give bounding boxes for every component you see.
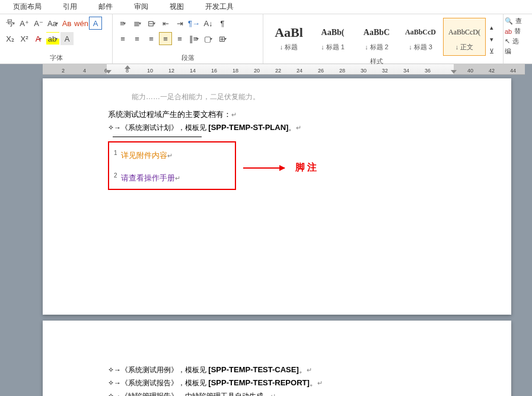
ribbon: 号▾ A⁺ A⁻ Aa▾ Aʙ wén A X₂ X² A▾ ab▾ A 字体 … <box>0 14 532 64</box>
menu-review[interactable]: 审阅 <box>123 2 159 12</box>
sort-icon[interactable]: A↓ <box>202 17 215 30</box>
pinyin-guide-icon[interactable]: wén <box>75 17 88 30</box>
page-2: ✧→《系统测试用例》，模板见 [SPP-TEMP-TEST-CASE]。↵ ✧→… <box>43 321 511 396</box>
editing-group: 🔍查 ab替 ↖选 编 <box>504 14 532 64</box>
para-group-label: 段落 <box>116 52 259 62</box>
page-1: 能力……一足合相能力，二足伏复能力。 系统测试过程域产生的主要文档有：↵ ✧→《… <box>43 78 511 315</box>
shading-icon[interactable]: ▢▾ <box>202 32 215 45</box>
dec-indent-icon[interactable]: ⇤ <box>159 17 172 30</box>
binoculars-icon: 🔍 <box>505 17 513 25</box>
numbering-icon[interactable]: ≣▾ <box>130 17 144 30</box>
toggle-marks-icon[interactable]: ¶ <box>216 17 229 30</box>
horizontal-ruler[interactable]: 24681012141618202224262830323436404244 <box>43 64 525 75</box>
right-indent-icon[interactable] <box>451 70 457 74</box>
edit-label: 编 <box>505 47 531 56</box>
style-h1[interactable]: AaBb(↓ 标题 1 <box>311 18 354 56</box>
footnote-2[interactable]: 2请查看操作手册↵ <box>114 169 230 185</box>
cursor-icon: ↖ <box>505 37 510 45</box>
footnote-callout: 脚 注 <box>243 161 317 174</box>
styles-down-icon[interactable]: ▾ <box>486 34 497 45</box>
align-right-icon[interactable]: ≡ <box>145 32 158 45</box>
footnote-separator <box>113 137 202 137</box>
char-shading-icon[interactable]: A <box>60 32 74 45</box>
style-body[interactable]: AaBbCcD(↓ 正文 <box>443 18 486 56</box>
align-justify-icon[interactable]: ≡ <box>159 32 172 45</box>
replace-button[interactable]: ab替 <box>505 27 531 36</box>
highlight-icon[interactable]: ab▾ <box>46 32 59 45</box>
multilevel-icon[interactable]: ⊟▾ <box>145 17 158 30</box>
line-spacing-icon[interactable]: ‖≡▾ <box>187 32 200 45</box>
menu-dev[interactable]: 开发工具 <box>195 2 244 12</box>
replace-icon: ab <box>505 28 512 35</box>
superscript-icon[interactable]: X² <box>18 32 31 45</box>
styles-more-icon[interactable]: ⊻ <box>486 46 497 57</box>
menu-view[interactable]: 视图 <box>159 2 195 12</box>
format-dropdown[interactable]: 号▾ <box>4 17 17 30</box>
align-left-icon[interactable]: ≡ <box>116 32 129 45</box>
menu-bar: 页面布局 引用 邮件 审阅 视图 开发工具 <box>0 0 532 14</box>
char-border-icon[interactable]: A <box>89 17 102 30</box>
style-h2[interactable]: AaBbC↓ 标题 2 <box>355 18 398 56</box>
document-area: 24681012141618202224262830323436404244 能… <box>0 64 532 396</box>
page2-content[interactable]: ✧→《系统测试用例》，模板见 [SPP-TEMP-TEST-CASE]。↵ ✧→… <box>108 363 476 396</box>
footnote-1[interactable]: 1详见附件内容↵ <box>114 146 230 163</box>
increase-font-icon[interactable]: A⁺ <box>18 17 31 30</box>
font-group-label: 字体 <box>4 52 109 62</box>
align-center-icon[interactable]: ≡ <box>130 32 144 45</box>
menu-cite[interactable]: 引用 <box>52 2 88 12</box>
change-case-icon[interactable]: Aa▾ <box>46 17 59 30</box>
menu-layout[interactable]: 页面布局 <box>2 2 52 12</box>
inc-indent-icon[interactable]: ⇥ <box>173 17 186 30</box>
styles-up-icon[interactable]: ▴ <box>486 23 497 33</box>
bullets-icon[interactable]: ≡▾ <box>116 17 129 30</box>
page1-content[interactable]: 能力……一足合相能力，二足伏复能力。 系统测试过程域产生的主要文档有：↵ ✧→《… <box>108 90 476 134</box>
first-line-indent-icon[interactable] <box>125 65 130 69</box>
hanging-indent-icon[interactable] <box>106 70 112 74</box>
select-button[interactable]: ↖选 <box>505 37 531 46</box>
subscript-icon[interactable]: X₂ <box>4 32 17 45</box>
footnote-annotation-box: 1详见附件内容↵ 2请查看操作手册↵ <box>108 141 236 190</box>
ltr-icon[interactable]: ¶→ <box>187 17 200 30</box>
clear-format-icon[interactable]: Aʙ <box>60 17 74 30</box>
font-color-icon[interactable]: A▾ <box>32 32 45 45</box>
find-button[interactable]: 🔍查 <box>505 17 531 26</box>
style-h3[interactable]: AaBbCcD↓ 标题 3 <box>399 18 442 56</box>
style-title[interactable]: AaBl↓ 标题 <box>267 18 310 56</box>
borders-icon[interactable]: ⊞▾ <box>216 32 229 45</box>
menu-mail[interactable]: 邮件 <box>88 2 123 12</box>
arrow-icon <box>243 167 285 169</box>
align-dist-icon[interactable]: ≡ <box>173 32 186 45</box>
decrease-font-icon[interactable]: A⁻ <box>32 17 45 30</box>
